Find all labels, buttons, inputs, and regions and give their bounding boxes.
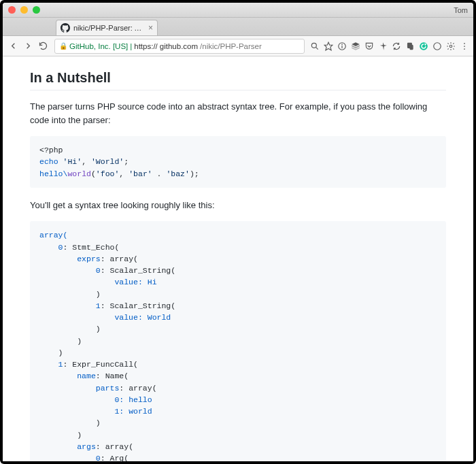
reload-button[interactable] [37, 40, 49, 52]
forward-button[interactable] [22, 40, 34, 52]
svg-point-11 [449, 45, 452, 48]
extension-icon[interactable] [432, 42, 442, 51]
browser-window: Tom nikic/PHP-Parser: A PHP parse × 🔒 Gi… [0, 0, 476, 464]
svg-point-14 [464, 48, 465, 50]
svg-point-5 [342, 44, 343, 44]
mid-paragraph: You'll get a syntax tree looking roughly… [30, 199, 446, 212]
sync-icon[interactable] [392, 42, 401, 51]
intro-paragraph: The parser turns PHP source code into an… [30, 100, 446, 127]
tab-strip: nikic/PHP-Parser: A PHP parse × [3, 18, 473, 36]
search-icon[interactable] [310, 42, 320, 51]
url-path: /nikic/PHP-Parser [200, 42, 262, 50]
star-icon[interactable] [324, 42, 333, 51]
toolbar-actions [310, 42, 469, 51]
github-favicon [61, 23, 70, 33]
svg-point-13 [464, 46, 465, 47]
svg-point-0 [311, 43, 316, 48]
window-controls [8, 6, 40, 14]
lock-icon: 🔒 [59, 42, 67, 50]
url-host: github.com [160, 42, 198, 50]
pinboard-icon[interactable] [378, 42, 388, 51]
tab-close-icon[interactable]: × [148, 23, 153, 33]
svg-point-10 [434, 42, 441, 50]
svg-line-1 [316, 47, 318, 49]
menu-icon[interactable] [460, 42, 469, 51]
cert-org: GitHub, Inc. [US] [69, 42, 128, 50]
svg-point-12 [464, 43, 465, 44]
grammarly-icon[interactable] [419, 42, 428, 51]
back-button[interactable] [7, 40, 19, 52]
page-content: In a Nutshell The parser turns PHP sourc… [3, 56, 473, 461]
url-scheme: https:// [134, 42, 158, 50]
php-code-block: <?php echo 'Hi', 'World'; hello\world('f… [30, 136, 446, 188]
titlebar: Tom [3, 3, 473, 18]
toolbar: 🔒 GitHub, Inc. [US] | https://github.com… [3, 36, 473, 56]
section-heading: In a Nutshell [30, 70, 446, 90]
svg-marker-2 [324, 42, 333, 50]
cert-separator: | [130, 42, 132, 50]
close-window-button[interactable] [8, 6, 16, 14]
ast-code-block: array( 0: Stmt_Echo( exprs: array( 0: Sc… [30, 221, 446, 461]
minimize-window-button[interactable] [20, 6, 28, 14]
browser-chrome: Tom nikic/PHP-Parser: A PHP parse × 🔒 Gi… [3, 3, 473, 461]
info-icon[interactable] [337, 42, 347, 51]
tab-title: nikic/PHP-Parser: A PHP parse [73, 24, 145, 32]
browser-tab[interactable]: nikic/PHP-Parser: A PHP parse × [56, 20, 158, 35]
buffer-icon[interactable] [351, 42, 360, 51]
gear-icon[interactable] [446, 42, 456, 51]
profile-name[interactable]: Tom [454, 6, 468, 14]
svg-marker-6 [352, 42, 360, 46]
address-bar[interactable]: 🔒 GitHub, Inc. [US] | https://github.com… [54, 39, 305, 54]
svg-point-9 [420, 42, 428, 50]
pocket-icon[interactable] [364, 42, 374, 51]
evernote-icon[interactable] [405, 42, 415, 51]
zoom-window-button[interactable] [33, 6, 40, 14]
